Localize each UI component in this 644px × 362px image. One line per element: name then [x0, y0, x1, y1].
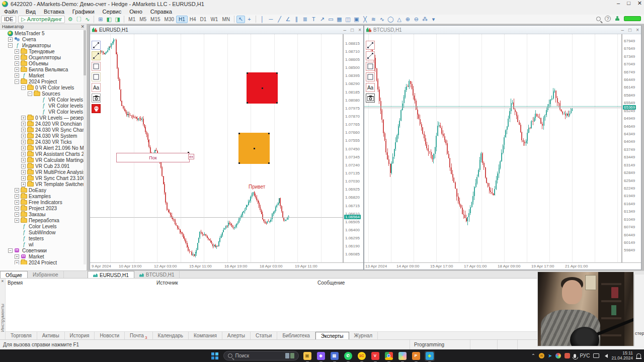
toolbox-tab-Компания[interactable]: Компания: [189, 332, 222, 339]
object-handle[interactable]: [238, 133, 240, 134]
red-app-tray-icon[interactable]: [565, 353, 570, 358]
expand-toggle-icon[interactable]: +: [15, 67, 19, 72]
tree-item-sources[interactable]: −Sources: [0, 90, 84, 97]
chart-minimize-button[interactable]: –: [621, 27, 624, 33]
menu-Окно[interactable]: Окно: [129, 9, 142, 15]
navigator-header[interactable]: Навигатор ✕: [0, 24, 87, 30]
expand-toggle-icon[interactable]: +: [21, 122, 26, 126]
expand-toggle-icon[interactable]: +: [15, 254, 19, 259]
vertical-line-icon[interactable]: │: [258, 16, 267, 23]
tree-item-vr-color-levels[interactable]: ƒVR Color levels: [0, 109, 84, 115]
expand-toggle-icon[interactable]: +: [15, 212, 19, 217]
time-axis[interactable]: 13 Apr 202414 Apr 09:0015 Apr 17:0017 Ap…: [364, 262, 641, 269]
text-edit-object[interactable]: Пок: [116, 153, 190, 162]
tree-item-market[interactable]: +Market: [0, 253, 84, 259]
tree-item-color-levels[interactable]: ƒColor Levels: [0, 223, 84, 229]
tree-item-осцилляторы[interactable]: +Осцилляторы: [0, 54, 84, 60]
expand-toggle-icon[interactable]: +: [21, 140, 26, 144]
community-icon[interactable]: [615, 16, 620, 21]
text-tool-button[interactable]: Aa: [366, 83, 375, 92]
timeframe-MN[interactable]: MN: [220, 16, 232, 23]
screenshot-tool-button[interactable]: [366, 94, 375, 103]
toolbox-tab-Алерты[interactable]: Алерты: [222, 332, 251, 339]
tree-item-examples[interactable]: +Examples: [0, 193, 84, 199]
expand-toggle-icon[interactable]: +: [21, 158, 26, 162]
tree-item-советники[interactable]: −Советники: [0, 247, 84, 253]
chart-close-button[interactable]: ×: [636, 27, 639, 33]
timeframe-M5[interactable]: M5: [137, 16, 148, 23]
object-handle[interactable]: [262, 87, 263, 89]
menu-Файл[interactable]: Файл: [4, 9, 18, 15]
network-tray-icon[interactable]: [593, 353, 599, 358]
expand-toggle-icon[interactable]: +: [15, 73, 19, 78]
fibonacci-icon[interactable]: ≣: [301, 16, 309, 23]
tree-item-2024-project[interactable]: −2024 Project: [0, 78, 84, 84]
clock[interactable]: 15:1121.04.2024: [611, 351, 633, 361]
toolbox-tab-Журнал[interactable]: Журнал: [349, 332, 378, 339]
chrome-icon[interactable]: [384, 351, 394, 361]
expand-toggle-icon[interactable]: +: [15, 49, 19, 54]
rectangle-object-icon[interactable]: ▭: [327, 16, 335, 23]
whatsapp-icon[interactable]: ✆: [343, 351, 353, 361]
tree-item-0-vr-color-levels[interactable]: −0 VR Color levels: [0, 84, 84, 90]
v-browser-icon[interactable]: V: [370, 351, 380, 361]
timeframe-M1[interactable]: M1: [126, 16, 137, 23]
text-tool-button[interactable]: Aa: [92, 83, 101, 92]
tile-windows-icon[interactable]: ◧: [105, 16, 113, 23]
tree-item-24-030-vr-sync-chart[interactable]: +24.030 VR Sync Chart: [0, 127, 84, 133]
menu-Вид[interactable]: Вид: [26, 9, 36, 15]
cycles-icon[interactable]: ∿: [378, 16, 386, 23]
expand-toggle-icon[interactable]: +: [21, 152, 26, 156]
tree-item-doeasy[interactable]: +DoEasy: [0, 187, 84, 193]
telegram-tray-icon[interactable]: ➤: [548, 353, 552, 358]
expand-toggle-icon[interactable]: −: [21, 85, 26, 90]
color-app-tray-icon[interactable]: [555, 353, 561, 358]
volume-tray-icon[interactable]: [603, 354, 608, 358]
chart-text-label[interactable]: Привет: [249, 184, 265, 190]
toolbox-column-Сообщение[interactable]: Сообщение: [317, 280, 345, 286]
mail-tray-icon[interactable]: ✉: [539, 353, 544, 358]
expand-toggle-icon[interactable]: +: [15, 61, 19, 66]
tree-item-vr-cub-23-091[interactable]: +VR Cub 23.091: [0, 163, 84, 169]
delete-objects-button[interactable]: [92, 104, 101, 113]
trendline-alt-tool-button[interactable]: [92, 51, 101, 60]
tester-icon[interactable]: 〔〕: [74, 16, 83, 23]
chart-window-title[interactable]: BTCUSD,H1–□×: [364, 26, 641, 34]
toolbox-tab-Библиотека[interactable]: Библиотека: [277, 332, 315, 339]
expand-toggle-icon[interactable]: +: [21, 128, 26, 132]
tree-item-24-020-vr-donchian[interactable]: +24.020 VR Donchian: [0, 121, 84, 127]
expand-toggle-icon[interactable]: −: [28, 92, 32, 96]
menu-Графики[interactable]: Графики: [72, 9, 95, 15]
tree-item-vr-multiprice-analysis-21-080-n[interactable]: +VR MultiPrice Analysis 21.080 N: [0, 169, 84, 175]
tree-item-subwindow[interactable]: ƒSubWindow: [0, 229, 84, 235]
tree-item-vr-color-levels-en[interactable]: ƒVR Color levels EN: [0, 97, 84, 103]
timeframe-D1[interactable]: D1: [198, 16, 209, 23]
navigator-close-icon[interactable]: ✕: [80, 24, 85, 29]
button-object-icon[interactable]: ◫: [344, 16, 352, 23]
tree-item-24-030-vr-system[interactable]: +24.030 VR System: [0, 133, 84, 139]
explorer-icon[interactable]: ▣: [302, 351, 312, 361]
waves-icon[interactable]: ≋: [369, 16, 378, 23]
trendline-tool-button[interactable]: [366, 41, 375, 50]
metatrader-icon[interactable]: ◆: [425, 351, 435, 361]
expand-toggle-icon[interactable]: −: [8, 43, 13, 48]
object-handle[interactable]: [276, 72, 278, 74]
tree-item-трендовые[interactable]: +Трендовые: [0, 48, 84, 54]
object-handle[interactable]: [268, 133, 270, 134]
timeframe-W1[interactable]: W1: [208, 16, 220, 23]
arrow-object-icon[interactable]: ↗: [318, 16, 327, 23]
navigator-tab-Общие[interactable]: Общие: [0, 271, 28, 278]
start-button[interactable]: [210, 351, 220, 361]
tree-item-metatrader-5[interactable]: MetaTrader 5: [0, 30, 84, 36]
object-handle[interactable]: [247, 102, 248, 104]
toolbox-column-Источник[interactable]: Источник: [156, 280, 178, 286]
chart-minimize-button[interactable]: –: [344, 27, 347, 33]
object-handle[interactable]: [254, 148, 255, 149]
expand-toggle-icon[interactable]: −: [8, 248, 13, 253]
timeframe-M15[interactable]: M15: [148, 16, 162, 23]
trendline-tool-button[interactable]: [92, 41, 101, 50]
expand-toggle-icon[interactable]: +: [15, 260, 19, 265]
gann-icon[interactable]: ╳: [361, 16, 369, 23]
rectangle-alt-tool-button[interactable]: [92, 72, 101, 81]
floppy-app-icon[interactable]: ▤: [330, 351, 340, 361]
